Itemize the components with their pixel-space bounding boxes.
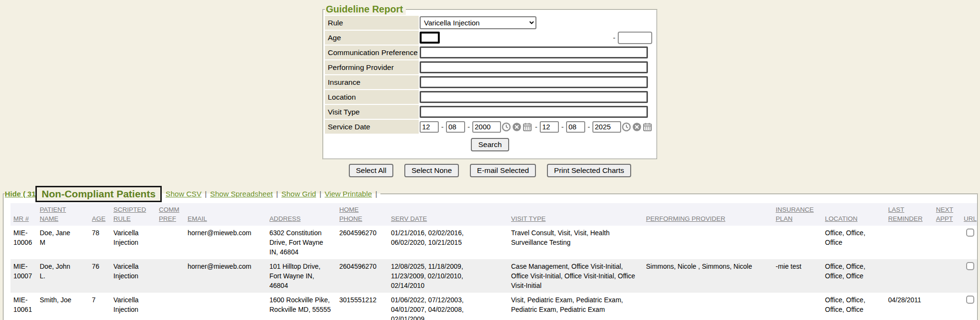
url-checkbox[interactable] <box>966 229 974 237</box>
column-header-performing-provider[interactable]: PERFORMING PROVIDER <box>643 203 773 226</box>
cell-address: 101 Hilltop Drive, Fort Wayne IN, 46804 <box>267 259 336 293</box>
column-header-url[interactable]: URL <box>961 203 977 226</box>
show-grid-link[interactable]: Show Grid <box>281 190 316 198</box>
form-row-performing-provider: Performing Provider <box>325 60 655 74</box>
clear-icon[interactable] <box>632 122 642 132</box>
print-selected-charts-button[interactable]: Print Selected Charts <box>547 164 631 177</box>
search-button[interactable]: Search <box>471 138 509 151</box>
date-separator: - <box>585 123 592 131</box>
column-header-location[interactable]: LOCATION <box>822 203 885 226</box>
cell-performing-provider <box>643 226 773 259</box>
cell-next-appt <box>933 293 961 320</box>
table-row: MIE-10007 Doe, John L. 76 Varicella Inje… <box>11 259 977 293</box>
form-row-rule: Rule Varicella Injection <box>325 16 655 30</box>
column-header-visit-type[interactable]: VISIT TYPE <box>508 203 643 226</box>
column-header-age[interactable]: AGE <box>89 203 111 226</box>
view-printable-link[interactable]: View Printable <box>325 190 372 198</box>
cell-scripted-rule: Varicella Injection <box>111 226 156 259</box>
cell-email <box>185 293 267 320</box>
patients-table: MR # PATIENTNAME AGE SCRIPTEDRULE COMMPR… <box>11 203 977 320</box>
cell-next-appt <box>933 259 961 293</box>
url-checkbox[interactable] <box>966 296 974 304</box>
service-date-to-day[interactable] <box>566 121 585 133</box>
insurance-label: Insurance <box>325 75 419 89</box>
cell-visit-type: Visit, Pediatric Exam, Pediatric Exam, P… <box>508 293 643 320</box>
calendar-icon[interactable] <box>523 122 532 132</box>
location-label: Location <box>325 90 419 104</box>
hide-link[interactable]: Hide ( 31 ) <box>5 190 40 198</box>
cell-comm-pref <box>156 259 185 293</box>
cell-insurance-plan <box>773 226 822 259</box>
email-selected-button[interactable]: E-mail Selected <box>470 164 536 177</box>
cell-comm-pref <box>156 293 185 320</box>
cell-scripted-rule: Varicella Injection <box>111 259 156 293</box>
age-from-input[interactable] <box>420 32 440 44</box>
column-header-patient-name[interactable]: PATIENTNAME <box>37 203 89 226</box>
column-header-next-appt[interactable]: NEXTAPPT <box>933 203 961 226</box>
cell-patient-name: Doe, John L. <box>37 259 89 293</box>
clock-icon[interactable] <box>501 122 511 132</box>
column-header-mr[interactable]: MR # <box>11 203 37 226</box>
age-label: Age <box>325 31 419 45</box>
cell-last-reminder <box>885 259 933 293</box>
cell-comm-pref <box>156 226 185 259</box>
age-to-input[interactable] <box>618 32 652 44</box>
communication-preference-input[interactable] <box>420 46 648 58</box>
age-range-separator: - <box>611 34 618 42</box>
service-date-from-month[interactable] <box>420 121 439 133</box>
cell-email: horner@mieweb.com <box>185 259 267 293</box>
service-date-to-year[interactable] <box>592 121 621 133</box>
column-header-scripted-rule[interactable]: SCRIPTEDRULE <box>111 203 156 226</box>
cell-age: 76 <box>89 259 111 293</box>
cell-mr: MIE-10061 <box>11 293 37 320</box>
cell-location: Office, Office, Office, Office <box>822 259 885 293</box>
rule-select[interactable]: Varicella Injection <box>420 16 536 29</box>
insurance-input[interactable] <box>420 76 648 88</box>
non-compliant-patients-section: Hide ( 31 ) Non-Compliant Patients Show … <box>3 186 978 320</box>
form-row-communication-preference: Communication Preference <box>325 46 655 59</box>
show-spreadsheet-link[interactable]: Show Spreadsheet <box>210 190 273 198</box>
cell-home-phone: 2604596270 <box>336 259 388 293</box>
calendar-icon[interactable] <box>643 122 652 132</box>
date-separator: - <box>465 123 472 131</box>
select-none-button[interactable]: Select None <box>404 164 459 177</box>
cell-location: Office, Office, Office, Office <box>822 293 885 320</box>
form-row-location: Location <box>325 90 655 104</box>
section-title: Non-Compliant Patients <box>35 186 162 202</box>
location-input[interactable] <box>420 91 648 103</box>
cell-serv-date: 01/06/2022, 07/12/2003, 04/01/2007, 04/0… <box>388 293 508 320</box>
cell-visit-type: Case Management, Office Visit-Initial, O… <box>508 259 643 293</box>
column-header-address[interactable]: ADDRESS <box>267 203 336 226</box>
cell-patient-name: Smith, Joe <box>37 293 89 320</box>
service-date-to-month[interactable] <box>540 121 559 133</box>
cell-url <box>961 226 977 259</box>
performing-provider-input[interactable] <box>420 61 648 73</box>
column-header-comm-pref[interactable]: COMMPREF <box>156 203 185 226</box>
cell-next-appt <box>933 226 961 259</box>
select-all-button[interactable]: Select All <box>349 164 394 177</box>
cell-age: 7 <box>89 293 111 320</box>
column-header-last-reminder[interactable]: LASTREMINDER <box>885 203 933 226</box>
visit-type-input[interactable] <box>420 106 648 118</box>
cell-performing-provider <box>643 293 773 320</box>
form-row-age: Age - <box>325 31 655 45</box>
cell-location: Office, Office, Office <box>822 226 885 259</box>
url-checkbox[interactable] <box>966 262 974 270</box>
service-date-from-day[interactable] <box>446 121 465 133</box>
cell-serv-date: 12/08/2025, 11/18/2009, 11/23/2009, 02/1… <box>388 259 508 293</box>
clear-icon[interactable] <box>512 122 522 132</box>
clock-icon[interactable] <box>622 122 631 132</box>
cell-email: horner@mieweb.com <box>185 226 267 259</box>
link-separator: | <box>201 190 210 198</box>
column-header-home-phone[interactable]: HOMEPHONE <box>336 203 388 226</box>
cell-performing-provider: Simmons, Nicole , Simmons, Nicole <box>643 259 773 293</box>
column-header-serv-date[interactable]: SERV DATE <box>388 203 508 226</box>
link-separator: | <box>316 190 324 198</box>
column-header-email[interactable]: EMAIL <box>185 203 267 226</box>
service-date-from-year[interactable] <box>472 121 501 133</box>
form-row-service-date: Service Date -- - -- <box>325 120 655 134</box>
service-date-range-separator: - <box>533 123 540 131</box>
show-csv-link[interactable]: Show CSV <box>166 190 201 198</box>
cell-mr: MIE-10006 <box>11 226 37 259</box>
column-header-insurance-plan[interactable]: INSURANCEPLAN <box>773 203 822 226</box>
